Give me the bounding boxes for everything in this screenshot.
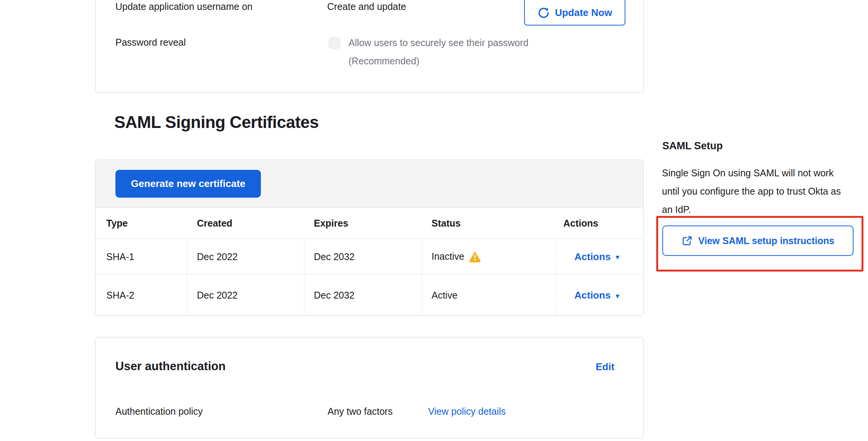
cert-status-cell: Inactive: [432, 251, 481, 262]
actions-dropdown-sha2[interactable]: Actions ▾: [574, 289, 619, 301]
page-title: SAML Signing Certificates: [114, 113, 319, 132]
password-reveal-checkbox-text: Allow users to securely see their passwo…: [348, 37, 528, 48]
authentication-policy-value: Any two factors: [328, 406, 393, 417]
password-reveal-label: Password reveal: [115, 37, 186, 48]
table-row-sha1: SHA-1 Dec 2022 Dec 2032 Inactive Actions…: [96, 238, 643, 274]
status-text: Active: [432, 290, 457, 301]
warning-icon: [469, 251, 481, 262]
certificates-table-header: Type Created Expires Status Actions: [96, 208, 643, 238]
generate-certificate-button[interactable]: Generate new certificate: [115, 170, 261, 198]
status-text: Inactive: [432, 251, 464, 262]
cert-type-cell: SHA-1: [106, 251, 134, 262]
view-saml-instructions-button[interactable]: View SAML setup instructions: [662, 225, 854, 256]
password-reveal-recommended-text: (Recommended): [348, 56, 419, 67]
view-saml-instructions-label: View SAML setup instructions: [698, 235, 834, 246]
saml-setup-title: SAML Setup: [662, 140, 723, 152]
cert-expires-cell: Dec 2032: [314, 251, 355, 262]
cert-created-cell: Dec 2022: [197, 290, 238, 301]
certificates-card-header: Generate new certificate: [96, 160, 643, 208]
column-header-created: Created: [197, 218, 232, 229]
cert-status-cell: Active: [432, 290, 457, 301]
username-update-value: Create and update: [327, 1, 406, 12]
saml-certificates-card: Generate new certificate Type Created Ex…: [95, 160, 644, 316]
view-policy-details-link[interactable]: View policy details: [428, 406, 506, 417]
user-authentication-title: User authentication: [115, 360, 225, 373]
column-header-type: Type: [106, 218, 128, 229]
cert-expires-cell: Dec 2032: [314, 290, 355, 301]
user-authentication-card: User authentication Edit Authentication …: [95, 337, 644, 438]
column-header-expires: Expires: [314, 218, 348, 229]
edit-link[interactable]: Edit: [596, 361, 614, 373]
column-header-actions: Actions: [563, 218, 598, 229]
chevron-down-icon: ▾: [615, 253, 619, 261]
actions-dropdown-sha1[interactable]: Actions ▾: [574, 251, 619, 262]
external-link-icon: [681, 235, 693, 246]
update-now-button[interactable]: Update Now: [524, 0, 625, 26]
page: Update application username on Create an…: [0, 0, 868, 441]
app-settings-card: Update application username on Create an…: [95, 0, 644, 93]
chevron-down-icon: ▾: [615, 292, 619, 299]
saml-setup-description: Single Sign On using SAML will not work …: [662, 164, 846, 219]
refresh-icon: [537, 6, 550, 19]
update-now-label: Update Now: [555, 7, 612, 19]
password-reveal-checkbox[interactable]: [329, 37, 340, 49]
username-update-label: Update application username on: [115, 1, 253, 12]
table-row-sha2: SHA-2 Dec 2022 Dec 2032 Active Actions ▾: [96, 274, 643, 316]
cert-created-cell: Dec 2022: [197, 251, 238, 262]
column-header-status: Status: [432, 218, 460, 229]
authentication-policy-label: Authentication policy: [115, 406, 203, 417]
cert-type-cell: SHA-2: [106, 290, 134, 301]
